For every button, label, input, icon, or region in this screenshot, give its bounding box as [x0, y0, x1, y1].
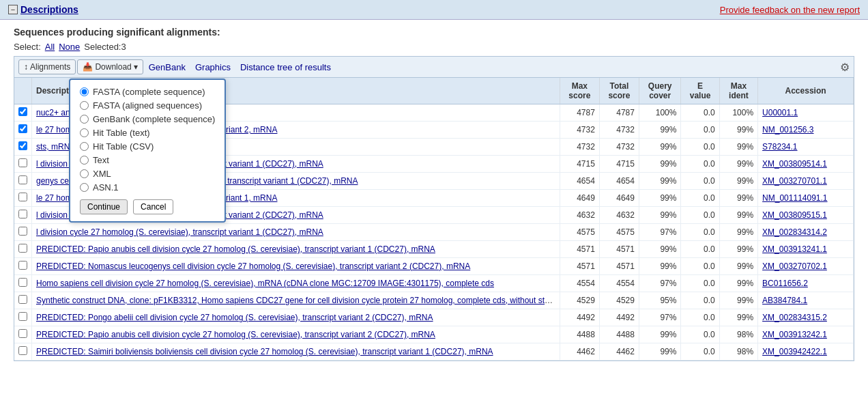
- accession-link[interactable]: S78234.1: [762, 142, 797, 152]
- row-max-score: 4575: [560, 224, 599, 241]
- row-checkbox[interactable]: [18, 278, 27, 287]
- sequences-header: Sequences producing significant alignmen…: [14, 27, 854, 38]
- row-checkbox[interactable]: [18, 124, 27, 133]
- row-total-score: 4715: [599, 156, 639, 173]
- col-e-value: Evalue: [681, 78, 719, 104]
- select-all-link[interactable]: All: [45, 42, 55, 52]
- description-link[interactable]: Synthetic construct DNA, clone: pF1KB331…: [36, 296, 560, 305]
- radio-genbank-complete[interactable]: [80, 115, 89, 124]
- row-checkbox-cell: [14, 139, 32, 156]
- descriptions-link[interactable]: Descriptions: [20, 4, 78, 15]
- accession-link[interactable]: XM_002834314.2: [762, 227, 827, 237]
- settings-gear-icon[interactable]: ⚙: [840, 61, 850, 74]
- row-checkbox[interactable]: [18, 346, 27, 355]
- row-query-cover: 95%: [639, 292, 681, 309]
- select-label: Select:: [14, 42, 41, 52]
- radio-hit-table-csv[interactable]: [80, 142, 89, 151]
- description-link[interactable]: PREDICTED: Papio anubis cell division cy…: [36, 330, 435, 339]
- radio-text[interactable]: [80, 156, 89, 165]
- row-checkbox[interactable]: [18, 244, 27, 253]
- option-text[interactable]: Text: [80, 155, 215, 165]
- row-checkbox-cell: [14, 275, 32, 292]
- accession-link[interactable]: XM_002834315.2: [762, 313, 827, 322]
- row-checkbox[interactable]: [18, 210, 27, 218]
- row-checkbox-cell: [14, 190, 32, 207]
- accession-link[interactable]: XM_003913242.1: [762, 330, 827, 339]
- row-query-cover: 99%: [639, 326, 681, 343]
- collapse-button[interactable]: −: [8, 5, 18, 14]
- accession-link[interactable]: XM_003270702.1: [762, 261, 827, 271]
- description-link[interactable]: l division cycle 27 homolog (S. cerevisi…: [36, 227, 323, 237]
- row-checkbox[interactable]: [18, 193, 27, 201]
- option-fasta-aligned-label: FASTA (aligned sequences): [93, 100, 202, 111]
- accession-link[interactable]: BC011656.2: [762, 279, 808, 288]
- download-button[interactable]: 📥 Download ▾: [77, 59, 143, 74]
- row-checkbox[interactable]: [18, 175, 27, 184]
- row-e-value: 0.0: [681, 326, 719, 343]
- row-checkbox[interactable]: [18, 141, 27, 150]
- row-checkbox[interactable]: [18, 261, 27, 270]
- row-e-value: 0.0: [681, 207, 719, 224]
- accession-link[interactable]: XM_003942422.1: [762, 347, 827, 356]
- option-hit-table-csv[interactable]: Hit Table (CSV): [80, 141, 215, 152]
- description-link[interactable]: PREDICTED: Papio anubis cell division cy…: [36, 244, 435, 254]
- graphics-link[interactable]: Graphics: [191, 62, 235, 72]
- alignments-icon: ↕: [24, 62, 28, 72]
- row-checkbox[interactable]: [18, 158, 27, 167]
- row-checkbox-cell: [14, 104, 32, 122]
- accession-link[interactable]: XM_003809515.1: [762, 210, 827, 220]
- row-checkbox-cell: [14, 122, 32, 139]
- description-link[interactable]: PREDICTED: Nomascus leucogenys cell divi…: [36, 261, 470, 271]
- radio-fasta-complete[interactable]: [80, 87, 89, 96]
- select-none-link[interactable]: None: [59, 42, 80, 52]
- option-hit-table-text[interactable]: Hit Table (text): [80, 128, 215, 138]
- row-accession: BC011656.2: [758, 275, 854, 292]
- genbank-link[interactable]: GenBank: [145, 62, 190, 72]
- radio-xml[interactable]: [80, 169, 89, 178]
- feedback-link[interactable]: Provide feedback on the new report: [720, 5, 860, 15]
- option-asn1[interactable]: ASN.1: [80, 182, 215, 193]
- description-link[interactable]: PREDICTED: Saimiri boliviensis boliviens…: [36, 347, 493, 356]
- row-checkbox[interactable]: [18, 107, 27, 116]
- option-fasta-complete[interactable]: FASTA (complete sequence): [80, 87, 215, 97]
- row-accession: XM_003913241.1: [758, 241, 854, 258]
- row-query-cover: 99%: [639, 190, 681, 207]
- row-max-score: 4632: [560, 207, 599, 224]
- row-total-score: 4575: [599, 224, 639, 241]
- row-checkbox[interactable]: [18, 295, 27, 304]
- continue-button[interactable]: Continue: [80, 199, 128, 214]
- row-description: PREDICTED: Nomascus leucogenys cell divi…: [32, 258, 560, 275]
- row-max-ident: 98%: [719, 326, 757, 343]
- row-checkbox[interactable]: [18, 329, 27, 338]
- option-genbank-complete[interactable]: GenBank (complete sequence): [80, 114, 215, 124]
- accession-link[interactable]: U00001.1: [762, 108, 798, 117]
- description-link[interactable]: PREDICTED: Pongo abelii cell division cy…: [36, 313, 433, 322]
- accession-link[interactable]: XM_003809514.1: [762, 159, 827, 169]
- row-checkbox-cell: [14, 207, 32, 224]
- radio-fasta-aligned[interactable]: [80, 101, 89, 110]
- row-query-cover: 97%: [639, 275, 681, 292]
- alignments-button[interactable]: ↕ Alignments: [18, 59, 76, 74]
- accession-link[interactable]: NM_001114091.1: [762, 193, 827, 203]
- row-checkbox[interactable]: [18, 312, 27, 321]
- row-checkbox[interactable]: [18, 227, 27, 236]
- description-link[interactable]: Homo sapiens cell division cycle 27 homo…: [36, 279, 494, 288]
- row-max-ident: 98%: [719, 343, 757, 360]
- col-max-ident: Maxident: [719, 78, 757, 104]
- accession-link[interactable]: NM_001256.3: [762, 125, 813, 135]
- row-checkbox-cell: [14, 343, 32, 360]
- accession-link[interactable]: XM_003270701.1: [762, 176, 827, 186]
- row-max-score: 4492: [560, 309, 599, 326]
- option-xml[interactable]: XML: [80, 169, 215, 179]
- accession-link[interactable]: AB384784.1: [762, 296, 807, 305]
- table-row: l division cycle 27 homolog (S. cerevisi…: [14, 224, 854, 241]
- option-fasta-aligned[interactable]: FASTA (aligned sequences): [80, 100, 215, 111]
- row-max-score: 4787: [560, 104, 599, 122]
- radio-hit-table-text[interactable]: [80, 128, 89, 137]
- row-query-cover: 99%: [639, 139, 681, 156]
- cancel-button[interactable]: Cancel: [133, 199, 173, 214]
- accession-link[interactable]: XM_003913241.1: [762, 244, 827, 254]
- distance-tree-link[interactable]: Distance tree of results: [236, 62, 335, 72]
- radio-asn1[interactable]: [80, 183, 89, 192]
- row-total-score: 4529: [599, 292, 639, 309]
